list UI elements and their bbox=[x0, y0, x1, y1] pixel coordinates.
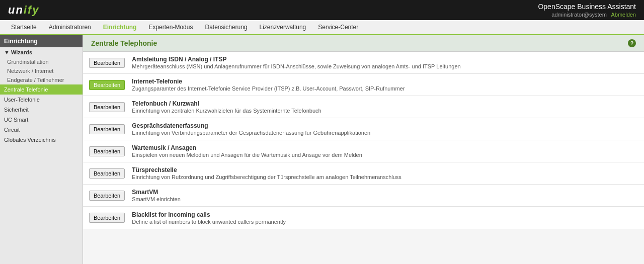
table-row: BearbeitenTürsprechstelleEinrichtung von… bbox=[83, 162, 644, 185]
nav-item-startseite[interactable]: Startseite bbox=[5, 21, 43, 34]
item-desc-2: Einrichtung von zentralen Kurzwahlzielen… bbox=[132, 108, 638, 114]
sidebar-item-zentrale-telefonie[interactable]: Zentrale Telefonie bbox=[0, 84, 83, 95]
item-title-4: Wartemusik / Ansagen bbox=[132, 144, 638, 151]
help-icon[interactable]: ? bbox=[628, 39, 636, 47]
item-text-1: Internet-TelefonieZugangsparamter des In… bbox=[132, 78, 638, 92]
sidebar-item-globales-verzeichnis[interactable]: Globales Verzeichnis bbox=[0, 135, 83, 145]
nav-item-lizenzverwaltung[interactable]: Lizenzverwaltung bbox=[254, 21, 312, 34]
sidebar-header: Einrichtung bbox=[0, 35, 83, 47]
item-title-7: Blacklist for incoming calls bbox=[132, 211, 638, 218]
item-text-4: Wartemusik / AnsagenEinspielen von neuen… bbox=[132, 144, 638, 158]
sidebar-item-user-telefonie[interactable]: User-Telefonie bbox=[0, 95, 83, 105]
item-text-6: SmartVMSmartVM einrichten bbox=[132, 189, 638, 202]
table-row: BearbeitenGesprächsdatenerfassungEinrich… bbox=[83, 118, 644, 140]
item-desc-7: Define a list of numbers to block unwant… bbox=[132, 219, 638, 225]
table-row: BearbeitenWartemusik / AnsagenEinspielen… bbox=[83, 140, 644, 162]
nav-item-administratoren[interactable]: Administratoren bbox=[43, 21, 97, 34]
item-text-5: TürsprechstelleEinrichtung von Rufzordnu… bbox=[132, 166, 638, 180]
table-row: BearbeitenSmartVMSmartVM einrichten bbox=[83, 185, 644, 207]
bearbeiten-button-7[interactable]: Bearbeiten bbox=[89, 213, 125, 223]
bearbeiten-button-4[interactable]: Bearbeiten bbox=[89, 146, 125, 156]
bearbeiten-button-0[interactable]: Bearbeiten bbox=[89, 58, 125, 68]
table-row: BearbeitenTelefonbuch / KurzwahlEinricht… bbox=[83, 96, 644, 118]
content-area: Zentrale Telephonie ? BearbeitenAmtsleit… bbox=[83, 35, 644, 264]
nav-item-service-center[interactable]: Service-Center bbox=[312, 21, 364, 34]
item-desc-6: SmartVM einrichten bbox=[132, 196, 638, 202]
nav-item-datensicherung[interactable]: Datensicherung bbox=[199, 21, 253, 34]
item-title-6: SmartVM bbox=[132, 189, 638, 196]
item-desc-5: Einrichtung von Rufzordnung und Zugriffs… bbox=[132, 174, 638, 180]
item-title-1: Internet-Telefonie bbox=[132, 78, 638, 85]
item-title-3: Gesprächsdatenerfassung bbox=[132, 122, 638, 129]
bearbeiten-button-6[interactable]: Bearbeiten bbox=[89, 191, 125, 201]
content-header: Zentrale Telephonie ? bbox=[83, 35, 644, 52]
bearbeiten-button-5[interactable]: Bearbeiten bbox=[89, 168, 125, 179]
item-desc-1: Zugangsparamter des Internet-Telefonie S… bbox=[132, 85, 638, 92]
logo-un: un bbox=[8, 4, 24, 16]
table-row: BearbeitenAmtsleitung ISDN / Analog / IT… bbox=[83, 52, 644, 74]
sidebar-item-grundinstallation[interactable]: Grundinstallation bbox=[0, 57, 83, 66]
item-desc-3: Einrichtung von Verbindungsparameter der… bbox=[132, 130, 638, 136]
sidebar-item-uc-smart[interactable]: UC Smart bbox=[0, 115, 83, 125]
bearbeiten-button-3[interactable]: Bearbeiten bbox=[89, 124, 125, 134]
item-text-2: Telefonbuch / KurzwahlEinrichtung von ze… bbox=[132, 100, 638, 114]
table-row: BearbeitenBlacklist for incoming callsDe… bbox=[83, 207, 644, 229]
sidebar-item-endgeräte---teilnehmer[interactable]: Endgeräte / Teilnehmer bbox=[0, 75, 83, 84]
nav-item-experten-modus[interactable]: Experten-Modus bbox=[142, 21, 199, 34]
item-title-0: Amtsleitung ISDN / Analog / ITSP bbox=[132, 56, 638, 63]
sidebar: Einrichtung ▼ WizardsGrundinstallationNe… bbox=[0, 35, 83, 264]
page-title: Zentrale Telephonie bbox=[91, 39, 157, 47]
item-text-7: Blacklist for incoming callsDefine a lis… bbox=[132, 211, 638, 225]
sidebar-item-▼-wizards[interactable]: ▼ Wizards bbox=[0, 47, 83, 57]
main-layout: Einrichtung ▼ WizardsGrundinstallationNe… bbox=[0, 35, 644, 264]
username-label: administrator@system bbox=[551, 12, 607, 18]
bearbeiten-button-1[interactable]: Bearbeiten bbox=[89, 80, 125, 90]
item-title-2: Telefonbuch / Kurzwahl bbox=[132, 100, 638, 107]
item-title-5: Türsprechstelle bbox=[132, 166, 638, 173]
bearbeiten-button-2[interactable]: Bearbeiten bbox=[89, 102, 125, 112]
header-user-info: administrator@system Abmelden bbox=[538, 12, 636, 18]
table-row: BearbeitenInternet-TelefonieZugangsparam… bbox=[83, 74, 644, 96]
nav-item-einrichtung[interactable]: Einrichtung bbox=[97, 21, 143, 34]
item-text-3: GesprächsdatenerfassungEinrichtung von V… bbox=[132, 122, 638, 136]
logo-ify: ify bbox=[24, 4, 40, 16]
content-body: BearbeitenAmtsleitung ISDN / Analog / IT… bbox=[83, 52, 644, 229]
item-desc-0: Mehrgeräteanschluss (MSN) und Anlagenruf… bbox=[132, 63, 638, 69]
sidebar-item-circuit[interactable]: Circuit bbox=[0, 125, 83, 135]
main-navbar: StartseiteAdministratorenEinrichtungExpe… bbox=[0, 20, 644, 35]
sidebar-item-sicherheit[interactable]: Sicherheit bbox=[0, 105, 83, 115]
app-title: OpenScape Business Assistant bbox=[538, 3, 636, 11]
logout-link[interactable]: Abmelden bbox=[611, 12, 636, 18]
app-logo: unify bbox=[8, 4, 40, 17]
app-header: unify OpenScape Business Assistant admin… bbox=[0, 0, 644, 20]
item-desc-4: Einspielen von neuen Melodien und Ansage… bbox=[132, 152, 638, 158]
header-right: OpenScape Business Assistant administrat… bbox=[538, 3, 636, 18]
item-text-0: Amtsleitung ISDN / Analog / ITSPMehrgerä… bbox=[132, 56, 638, 69]
sidebar-item-netzwerk---internet[interactable]: Netzwerk / Internet bbox=[0, 66, 83, 75]
